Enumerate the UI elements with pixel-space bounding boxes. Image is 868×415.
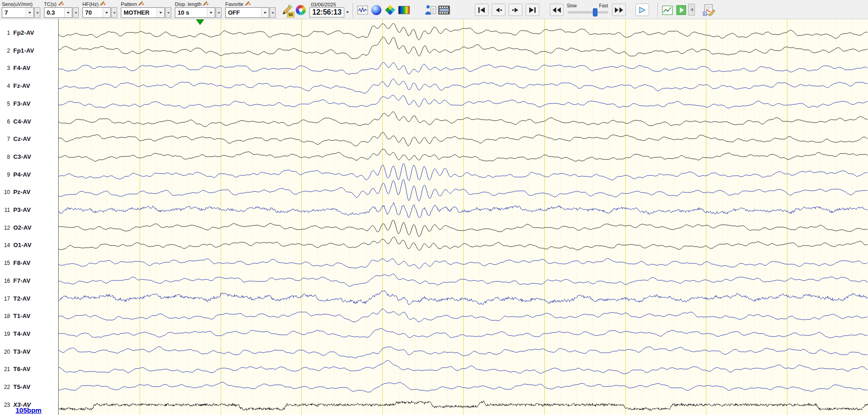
channel-number: 4: [0, 83, 10, 89]
combo-dropdown-icon[interactable]: [207, 8, 215, 17]
combo-aux-button[interactable]: [270, 7, 276, 18]
channel-label-row[interactable]: 10Pz-AV: [0, 189, 58, 195]
combo-aux-button[interactable]: [34, 7, 40, 18]
channel-label-row[interactable]: 16F7-AV: [0, 277, 58, 284]
combo-label: TC(s): [44, 0, 79, 7]
slider-track[interactable]: [568, 11, 608, 13]
channel-label-row[interactable]: 12O2-AV: [0, 224, 58, 231]
rewind-button[interactable]: [550, 4, 564, 16]
event-marker-triangle[interactable]: [196, 19, 204, 25]
channel-label-row[interactable]: 15F8-AV: [0, 259, 58, 266]
combo-label: Favorite: [225, 0, 276, 7]
brain-sphere-icon: [371, 5, 381, 15]
datetime-dropdown-icon[interactable]: [346, 11, 349, 15]
filmstrip-icon: [438, 5, 450, 15]
waveform-edit-button[interactable]: [356, 3, 369, 17]
combo-label-text: Pattern: [121, 1, 137, 7]
combo-aux-button[interactable]: [111, 7, 117, 18]
step-forward-icon: [511, 7, 520, 13]
channel-name: F4-AV: [13, 65, 31, 71]
channel-label-row[interactable]: 7Cz-AV: [0, 135, 58, 142]
channel-name: Pz-AV: [13, 189, 31, 195]
collapse-button[interactable]: [688, 4, 695, 16]
channel-label-row[interactable]: 9P4-AV: [0, 171, 58, 178]
combo-label: Disp. length: [175, 0, 222, 7]
channel-number: 9: [0, 171, 10, 178]
channel-label-row[interactable]: 8C3-AV: [0, 153, 58, 160]
slider-handle[interactable]: [593, 8, 597, 16]
combo-aux-button[interactable]: [73, 7, 79, 18]
channel-label-row[interactable]: 18T1-AV: [0, 313, 58, 319]
date-label: 03/06/2025: [309, 2, 336, 7]
channel-label-row[interactable]: 17T2-AV: [0, 295, 58, 302]
combo-select[interactable]: MOTHER: [121, 7, 165, 18]
combo-aux-button[interactable]: [216, 7, 222, 18]
color-wheel-icon: [296, 5, 306, 15]
channel-label-row[interactable]: 20T3-AV: [0, 348, 58, 355]
combo-value: OFF: [228, 9, 240, 16]
channel-label-row[interactable]: 2Fp1-AV: [0, 47, 58, 54]
combo-label: HF(Hz): [82, 0, 117, 7]
channel-label-row[interactable]: 21T6-AV: [0, 366, 58, 372]
play-button[interactable]: [635, 4, 649, 16]
step-back-button[interactable]: [492, 4, 505, 16]
eeg-main-area: 105bpm 1Fp2-AV2Fp1-AV3F4-AV4Fz-AV5F3-AV6…: [0, 19, 868, 415]
channel-label-row[interactable]: 6C4-AV: [0, 118, 58, 124]
spectrogram-button[interactable]: [397, 3, 411, 17]
channel-name: T6-AV: [13, 366, 31, 372]
combo-select[interactable]: OFF: [225, 7, 269, 18]
channel-label-row[interactable]: 3F4-AV: [0, 65, 58, 71]
report-edit-button[interactable]: [702, 3, 716, 17]
channel-number: 23: [0, 401, 10, 408]
speed-slider[interactable]: Slow Fast: [567, 3, 609, 17]
skip-to-end-button[interactable]: [526, 4, 539, 16]
channel-label-row[interactable]: 23X3-AV: [0, 401, 58, 408]
combo-dropdown-icon[interactable]: [157, 8, 164, 17]
channel-name: Fp1-AV: [13, 47, 34, 54]
channel-name: Fz-AV: [13, 82, 30, 89]
skip-to-start-button[interactable]: [475, 4, 488, 16]
channel-name: C3-AV: [13, 153, 31, 160]
channel-label-row[interactable]: 5F3-AV: [0, 100, 58, 107]
channel-label-row[interactable]: 14O1-AV: [0, 242, 58, 248]
video-button[interactable]: [437, 3, 451, 17]
combo-select[interactable]: 10 s: [175, 7, 215, 18]
combo-group-favorite: FavoriteOFF: [225, 0, 276, 18]
pinwheel-icon: [385, 5, 395, 15]
trend-chart-button[interactable]: [661, 3, 674, 17]
combo-dropdown-icon[interactable]: [261, 8, 269, 17]
combo-label-text: Sens(uV/mm): [2, 1, 33, 7]
combo-aux-button[interactable]: [165, 7, 171, 18]
edit-pencil-icon: [100, 1, 106, 6]
auto-play-button[interactable]: [674, 3, 688, 17]
topography-button[interactable]: [383, 3, 397, 17]
patient-report-button[interactable]: [423, 3, 437, 17]
skip-start-icon: [477, 7, 486, 13]
channel-label-row[interactable]: 4Fz-AV: [0, 82, 58, 89]
step-forward-button[interactable]: [509, 4, 522, 16]
step-back-icon: [494, 7, 503, 13]
report-icon: [703, 4, 716, 16]
combo-label: Pattern: [121, 0, 171, 7]
combo-select[interactable]: 70: [82, 7, 111, 18]
channel-number: 22: [0, 384, 10, 390]
channel-label-row[interactable]: 11P3-AV: [0, 206, 58, 213]
skip-end-icon: [528, 7, 537, 13]
play-icon: [638, 6, 646, 14]
channel-number: 6: [0, 118, 10, 124]
combo-value: 0.3: [47, 9, 55, 16]
combo-dropdown-icon[interactable]: [26, 8, 33, 17]
channel-label-row[interactable]: 19T4-AV: [0, 330, 58, 337]
channel-label-row[interactable]: 22T5-AV: [0, 383, 58, 390]
fast-forward-button[interactable]: [612, 4, 626, 16]
channel-label-row[interactable]: 1Fp2-AV: [0, 29, 58, 36]
combo-select[interactable]: 7: [2, 7, 34, 18]
combo-dropdown-icon[interactable]: [103, 8, 110, 17]
combo-select[interactable]: 0.3: [44, 7, 72, 18]
time-label: 12:56:13: [309, 7, 344, 17]
montage-wheel-button[interactable]: [294, 3, 308, 17]
annotation-pencil-button[interactable]: 50: [280, 3, 294, 17]
eeg-canvas[interactable]: [59, 19, 868, 415]
brain-map-button[interactable]: [369, 3, 383, 17]
combo-dropdown-icon[interactable]: [64, 8, 72, 17]
